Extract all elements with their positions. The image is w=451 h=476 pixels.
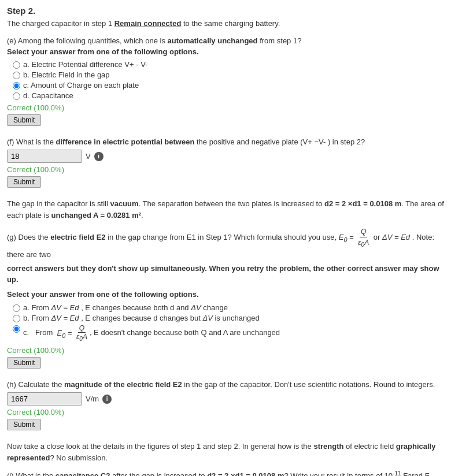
section-h-input-row: V/m i	[7, 392, 444, 406]
option-g-c-label: c. From E0 = Qε0A, E doesn't change beca…	[23, 324, 280, 342]
section-h: (h) Calculate the magnitude of the elect…	[7, 379, 444, 436]
section-f-info-icon[interactable]: i	[94, 152, 103, 161]
section-f-input[interactable]	[7, 150, 82, 163]
section-g-note: correct answers but they don't show up s…	[7, 263, 444, 285]
section-g: (g) Does the electric field E2 in the ga…	[7, 226, 444, 373]
section-f: (f) What is the difference in electric p…	[7, 136, 444, 193]
section-j: (j) What is the capacitance C2 after the…	[7, 469, 444, 476]
option-g-c[interactable]: c. From E0 = Qε0A, E doesn't change beca…	[13, 324, 444, 342]
graphical-section: Now take a close look at the details in …	[7, 441, 444, 463]
section-f-label: (f) What is the difference in electric p…	[7, 136, 444, 148]
step-title: Step 2.	[7, 6, 444, 16]
section-g-label: (g) Does the electric field E2 in the ga…	[7, 226, 444, 261]
option-e-d-label: d. Capacitance	[23, 91, 73, 100]
option-e-a[interactable]: a. Electric Potential difference V+ - V-	[13, 60, 444, 69]
section-h-correct: Correct (100.0%)	[7, 408, 444, 416]
section-g-formula2: ΔV = Ed	[382, 233, 410, 241]
option-e-c[interactable]: c. Amount of Charge on each plate	[13, 81, 444, 90]
section-g-correct: Correct (100.0%)	[7, 346, 444, 355]
section-f-unit: V	[86, 152, 91, 161]
option-g-a-label: a. From ΔV = Ed , E changes because both…	[23, 303, 228, 312]
step-title-section: Step 2. The charged capacitor in step 1 …	[7, 6, 444, 29]
section-g-instruction: Select your answer from one of the follo…	[7, 289, 444, 300]
section-h-info-icon[interactable]: i	[102, 395, 112, 404]
gap-description: The gap in the capacitor is still vacuum…	[7, 198, 444, 221]
section-e-options: a. Electric Potential difference V+ - V-…	[13, 60, 444, 100]
section-e-correct: Correct (100.0%)	[7, 103, 444, 112]
option-e-d[interactable]: d. Capacitance	[13, 91, 444, 100]
section-e: (e) Among the following quantities, whic…	[7, 35, 444, 131]
section-e-submit[interactable]: Submit	[7, 114, 41, 126]
option-e-b-label: b. Electric Field in the gap	[23, 70, 110, 79]
page-container: Step 2. The charged capacitor in step 1 …	[7, 6, 444, 476]
section-f-input-row: V i	[7, 150, 444, 163]
section-h-label: (h) Calculate the magnitude of the elect…	[7, 379, 444, 391]
option-g-b[interactable]: b. From ΔV = Ed , E changes because d ch…	[13, 314, 444, 322]
section-f-submit[interactable]: Submit	[7, 176, 41, 188]
option-e-c-label: c. Amount of Charge on each plate	[23, 81, 139, 90]
option-g-b-label: b. From ΔV = Ed , E changes because d ch…	[23, 314, 260, 322]
section-g-formula1: E0 = Qε0A	[339, 233, 374, 241]
section-f-correct: Correct (100.0%)	[7, 165, 444, 174]
section-j-label: (j) What is the capacitance C2 after the…	[7, 469, 444, 476]
option-e-a-label: a. Electric Potential difference V+ - V-	[23, 60, 147, 69]
option-g-a[interactable]: a. From ΔV = Ed , E changes because both…	[13, 303, 444, 312]
graphical-text: Now take a close look at the details in …	[7, 441, 444, 463]
section-g-options: a. From ΔV = Ed , E changes because both…	[13, 303, 444, 342]
section-g-submit[interactable]: Submit	[7, 357, 41, 369]
section-h-unit: V/m	[86, 395, 99, 403]
step-description: The charged capacitor in step 1 Remain c…	[7, 18, 444, 29]
section-h-input[interactable]	[7, 392, 82, 406]
section-h-submit[interactable]: Submit	[7, 419, 41, 430]
gap-text: The gap in the capacitor is still vacuum…	[7, 198, 444, 221]
option-e-b[interactable]: b. Electric Field in the gap	[13, 70, 444, 79]
section-e-label: (e) Among the following quantities, whic…	[7, 35, 444, 58]
